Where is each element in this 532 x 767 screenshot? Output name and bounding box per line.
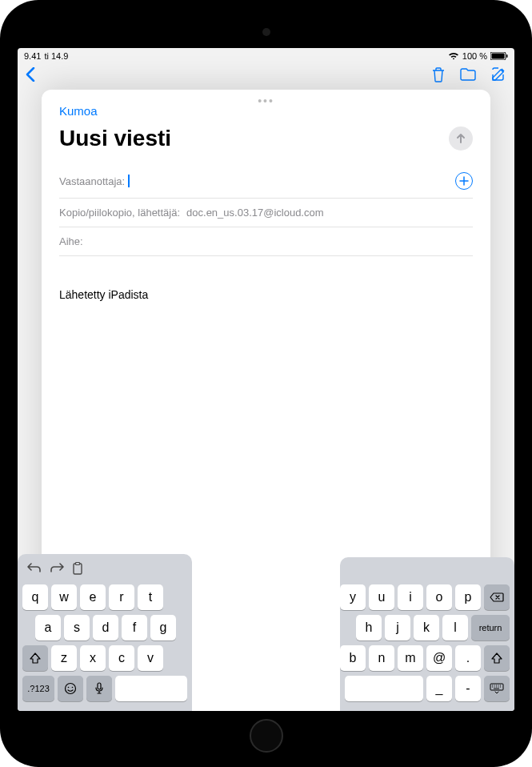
key-o[interactable]: o [426, 584, 452, 610]
svg-rect-1 [492, 54, 505, 59]
key-y[interactable]: y [340, 584, 366, 610]
key-q[interactable]: q [22, 584, 48, 610]
backspace-key[interactable] [484, 584, 510, 610]
key-r[interactable]: r [109, 584, 134, 610]
status-date: ti 14.9 [44, 51, 68, 61]
key-period[interactable]: . [455, 645, 481, 671]
compose-title: Uusi viesti [59, 126, 171, 151]
mail-nav-bar [18, 64, 514, 88]
return-key[interactable]: return [471, 615, 510, 641]
key-underscore[interactable]: _ [426, 676, 452, 701]
plus-icon [459, 176, 469, 186]
key-at[interactable]: @ [426, 645, 452, 671]
key-e[interactable]: e [80, 584, 106, 610]
svg-point-8 [72, 687, 74, 689]
email-body[interactable]: Lähetetty iPadista [59, 256, 473, 301]
key-a[interactable]: a [35, 615, 61, 641]
svg-rect-9 [98, 683, 101, 689]
key-m[interactable]: m [398, 645, 423, 671]
svg-rect-5 [76, 563, 80, 565]
space-key-right[interactable] [345, 676, 423, 701]
cancel-button[interactable]: Kumoa [59, 104, 98, 118]
key-x[interactable]: x [80, 645, 106, 671]
key-v[interactable]: v [138, 645, 163, 671]
svg-point-6 [66, 684, 76, 694]
key-w[interactable]: w [51, 584, 77, 610]
undo-icon[interactable] [27, 562, 42, 578]
to-input[interactable] [128, 175, 455, 188]
svg-rect-2 [506, 54, 508, 58]
trash-icon[interactable] [431, 66, 446, 86]
key-u[interactable]: u [369, 584, 394, 610]
key-b[interactable]: b [340, 645, 366, 671]
to-field-row[interactable]: Vastaanottaja: [59, 164, 473, 199]
key-c[interactable]: c [109, 645, 134, 671]
key-k[interactable]: k [414, 615, 439, 641]
key-j[interactable]: j [385, 615, 410, 641]
redo-icon[interactable] [50, 562, 64, 578]
shift-key-right[interactable] [484, 645, 510, 671]
battery-percent: 100 % [462, 51, 487, 61]
ipad-device-frame: 9.41 ti 14.9 100 % [0, 0, 532, 767]
key-t[interactable]: t [138, 584, 163, 610]
key-s[interactable]: s [64, 615, 90, 641]
key-h[interactable]: h [356, 615, 382, 641]
status-bar: 9.41 ti 14.9 100 % [18, 48, 514, 64]
back-chevron-icon[interactable] [26, 66, 35, 86]
compose-icon[interactable] [490, 66, 506, 86]
wifi-icon [448, 52, 459, 60]
clipboard-icon[interactable] [72, 562, 83, 578]
send-button[interactable] [449, 126, 473, 151]
shift-key-left[interactable] [22, 645, 48, 671]
hide-keyboard-key[interactable] [484, 676, 510, 701]
keyboard-left-half: q w e r t a s d f g z [18, 554, 192, 711]
key-d[interactable]: d [93, 615, 118, 641]
key-p[interactable]: p [455, 584, 481, 610]
space-key-left[interactable] [115, 676, 187, 701]
subject-label: Aihe: [59, 235, 83, 247]
keyboard-right-half: y u i o p h j k l return b [340, 557, 514, 711]
emoji-key[interactable] [58, 676, 83, 701]
text-cursor [128, 175, 130, 187]
svg-point-7 [68, 687, 70, 689]
emoji-icon [64, 682, 77, 695]
add-contact-button[interactable] [455, 172, 473, 190]
key-z[interactable]: z [51, 645, 77, 671]
numeric-key[interactable]: .?123 [22, 676, 54, 701]
key-l[interactable]: l [442, 615, 468, 641]
backspace-icon [490, 592, 504, 602]
to-label: Vastaanottaja: [59, 175, 125, 187]
shift-icon [30, 653, 41, 664]
keyboard-hide-icon [490, 683, 504, 694]
microphone-icon [94, 682, 104, 695]
shift-icon [491, 653, 502, 664]
subject-field-row[interactable]: Aihe: [59, 227, 473, 256]
key-f[interactable]: f [122, 615, 147, 641]
battery-icon [490, 52, 508, 60]
dictation-key[interactable] [86, 676, 112, 701]
cc-bcc-value: doc.en_us.03.17@icloud.com [186, 207, 473, 219]
screen: 9.41 ti 14.9 100 % [18, 48, 514, 711]
key-n[interactable]: n [369, 645, 394, 671]
folder-icon[interactable] [460, 68, 476, 84]
key-g[interactable]: g [150, 615, 176, 641]
status-time: 9.41 [24, 51, 41, 61]
key-i[interactable]: i [398, 584, 423, 610]
body-signature: Lähetetty iPadista [59, 288, 473, 301]
sheet-grabber-icon[interactable]: ••• [258, 94, 274, 107]
cc-bcc-label: Kopio/piilokopio, lähettäjä: [59, 207, 180, 219]
front-camera [262, 28, 270, 36]
key-dash[interactable]: - [455, 676, 481, 701]
cc-bcc-field-row[interactable]: Kopio/piilokopio, lähettäjä: doc.en_us.0… [59, 199, 473, 227]
home-button[interactable] [250, 719, 283, 753]
